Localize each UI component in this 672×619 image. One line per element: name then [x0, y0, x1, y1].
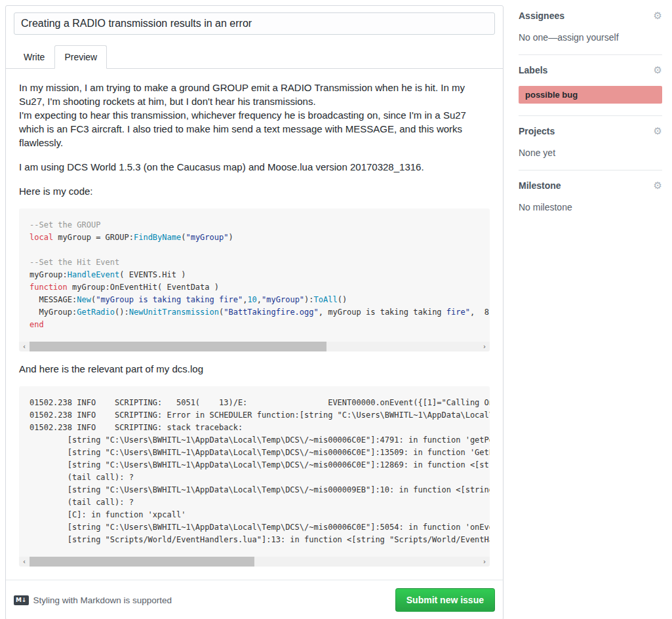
code-horizontal-scrollbar[interactable]: ‹ ›: [19, 342, 490, 351]
sidebar-section-assignees: Assignees ⚙ No one—assign yourself: [519, 10, 662, 55]
scroll-left-icon[interactable]: ‹: [19, 557, 30, 567]
markdown-note-text: Styling with Markdown is supported: [33, 595, 172, 605]
body-paragraph-3: Here is my code:: [19, 184, 490, 198]
code-scrollbar-track[interactable]: [30, 342, 479, 351]
dcs-log-block: 01502.238 INFO SCRIPTING: 5051( 13)/E: E…: [19, 386, 490, 567]
issue-preview-body: In my mission, I am trying to make a gro…: [14, 69, 495, 577]
scroll-right-icon[interactable]: ›: [479, 342, 490, 351]
code-scrollbar-thumb[interactable]: [30, 342, 326, 351]
new-issue-form: Write Preview In my mission, I am trying…: [5, 5, 504, 619]
label-possible-bug[interactable]: possible bug: [519, 86, 662, 104]
projects-title: Projects: [519, 126, 555, 136]
lua-code-block: --Set the GROUPlocal myGroup = GROUP:Fin…: [19, 209, 490, 351]
tab-write[interactable]: Write: [14, 45, 54, 69]
sidebar-section-milestone: Milestone ⚙ No milestone: [519, 180, 662, 224]
tab-preview[interactable]: Preview: [54, 45, 107, 69]
gear-icon[interactable]: ⚙: [654, 11, 662, 21]
milestone-title: Milestone: [519, 180, 561, 191]
body-paragraph-4: And here is the relevant part of my dcs.…: [19, 362, 490, 376]
markdown-icon: M↓: [14, 595, 29, 605]
assignees-title: Assignees: [519, 10, 564, 21]
projects-value: None yet: [519, 148, 662, 158]
milestone-value: No milestone: [519, 202, 662, 212]
lua-code-content: --Set the GROUPlocal myGroup = GROUP:Fin…: [19, 209, 490, 342]
labels-title: Labels: [519, 65, 547, 75]
gear-icon[interactable]: ⚙: [654, 127, 662, 136]
sidebar-section-labels: Labels ⚙ possible bug: [519, 65, 662, 116]
issue-title-input[interactable]: [14, 12, 495, 35]
body-paragraph-1: In my mission, I am trying to make a gro…: [19, 81, 490, 150]
submit-new-issue-button[interactable]: Submit new issue: [395, 588, 495, 612]
sidebar-section-projects: Projects ⚙ None yet: [519, 126, 662, 170]
body-paragraph-2: I am using DCS World 1.5.3 (on the Cauca…: [19, 160, 490, 174]
log-horizontal-scrollbar[interactable]: ‹ ›: [19, 557, 490, 567]
issue-form-footer: M↓ Styling with Markdown is supported Su…: [6, 580, 503, 619]
log-scrollbar-thumb[interactable]: [30, 557, 254, 567]
dcs-log-content: 01502.238 INFO SCRIPTING: 5051( 13)/E: E…: [19, 386, 490, 557]
scroll-right-icon[interactable]: ›: [479, 557, 490, 567]
gear-icon[interactable]: ⚙: [654, 66, 662, 75]
markdown-support-note: M↓ Styling with Markdown is supported: [14, 595, 172, 605]
scroll-left-icon[interactable]: ‹: [19, 342, 30, 351]
assignees-value[interactable]: No one—assign yourself: [519, 32, 662, 43]
gear-icon[interactable]: ⚙: [654, 181, 662, 191]
issue-sidebar: Assignees ⚙ No one—assign yourself Label…: [519, 5, 662, 234]
write-preview-tab-bar: Write Preview: [6, 45, 503, 69]
log-scrollbar-track[interactable]: [30, 557, 479, 567]
